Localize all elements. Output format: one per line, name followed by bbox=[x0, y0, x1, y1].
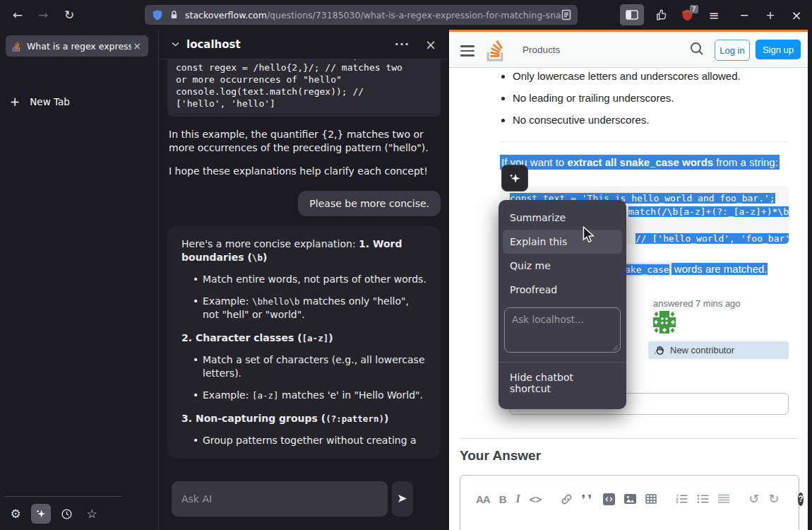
tabs-sidebar: What is a regex expressio × + New Tab ⚙ … bbox=[0, 30, 159, 530]
divider bbox=[500, 141, 789, 142]
ai-list-3: Group patterns together without creating… bbox=[181, 434, 426, 447]
chat-close-icon[interactable]: × bbox=[425, 37, 436, 52]
redo-icon[interactable]: ↻ bbox=[768, 491, 779, 507]
ai-paragraph: I hope these explanations help clarify e… bbox=[169, 165, 439, 178]
sparkle-icon bbox=[508, 172, 521, 184]
new-tab-button[interactable]: + New Tab bbox=[10, 95, 70, 109]
blockquote-icon[interactable] bbox=[582, 494, 594, 504]
signup-button[interactable]: Sign up bbox=[756, 40, 801, 59]
chat-input[interactable] bbox=[172, 481, 388, 517]
tab-active[interactable]: What is a regex expressio × bbox=[6, 35, 148, 57]
chat-title[interactable]: localhost bbox=[186, 38, 241, 51]
sidebar-tools: ⚙ ☆ bbox=[6, 504, 102, 524]
your-answer-heading: Your Answer bbox=[460, 448, 541, 464]
ai-sparkle-icon[interactable] bbox=[31, 504, 51, 524]
maximize-icon[interactable]: + bbox=[760, 4, 780, 25]
login-button[interactable]: Log in bbox=[715, 40, 750, 61]
chat-panel: localhost ··· × const text = 'hello worl… bbox=[159, 30, 449, 530]
ai-shortcut-chip[interactable] bbox=[501, 165, 528, 192]
code-block-icon[interactable] bbox=[603, 493, 615, 505]
user-message-row: Please be more concise. bbox=[167, 191, 441, 216]
unordered-list-icon[interactable] bbox=[697, 494, 709, 504]
inline-code-icon[interactable]: <> bbox=[530, 493, 542, 505]
ask-localhost-wrap bbox=[504, 307, 621, 355]
ai-message: Here's a more concise explanation: 1. Wo… bbox=[167, 226, 441, 459]
tab-title: What is a regex expressio bbox=[27, 41, 131, 52]
reload-icon[interactable]: ↻ bbox=[60, 6, 78, 24]
bold-icon[interactable]: B bbox=[499, 493, 507, 505]
ask-localhost-input[interactable] bbox=[504, 307, 621, 353]
menu-icon[interactable]: ≡ bbox=[704, 4, 724, 25]
list-item: No consecutive underscores. bbox=[513, 114, 741, 126]
answered-timestamp: answered 7 mins ago bbox=[653, 298, 741, 309]
products-link[interactable]: Products bbox=[523, 45, 560, 55]
minimize-icon[interactable]: − bbox=[734, 4, 754, 25]
menu-divider bbox=[498, 362, 626, 363]
help-icon[interactable]: ? bbox=[798, 493, 803, 506]
stackoverflow-favicon bbox=[11, 40, 21, 52]
plus-icon: + bbox=[10, 95, 20, 109]
waving-hand-icon bbox=[655, 345, 665, 355]
link-icon[interactable] bbox=[561, 493, 573, 505]
settings-gear-icon[interactable]: ⚙ bbox=[6, 504, 25, 524]
chevron-down-icon[interactable] bbox=[172, 42, 179, 47]
send-arrow-icon bbox=[398, 495, 407, 503]
url-text: stackoverflow.com/questions/73185030/wha… bbox=[185, 10, 561, 20]
tab-close-icon[interactable]: × bbox=[131, 40, 143, 52]
ai-list-1: Match entire words, not parts of other w… bbox=[181, 273, 426, 322]
chat-messages[interactable]: const text = 'hello world hello'; const … bbox=[167, 59, 441, 483]
send-button[interactable] bbox=[392, 481, 413, 517]
list-item: Example: \bhello\b matches only "hello",… bbox=[193, 295, 426, 322]
menu-item-hide-chatbot[interactable]: Hide chatbot shortcut bbox=[498, 365, 626, 401]
menu-item-proofread[interactable]: Proofread bbox=[498, 278, 626, 302]
list-item: Match entire words, not parts of other w… bbox=[193, 273, 426, 286]
reader-view-icon[interactable] bbox=[561, 9, 571, 20]
list-item: Example: [a-z] matches 'e' in "Hello Wor… bbox=[193, 389, 426, 402]
image-icon[interactable] bbox=[624, 494, 636, 504]
shield-icon[interactable] bbox=[152, 9, 163, 21]
url-path: /questions/73185030/what-is-a-regex-expr… bbox=[267, 10, 561, 20]
font-style-icon[interactable]: AA bbox=[476, 493, 490, 505]
ordered-list-icon[interactable] bbox=[676, 494, 688, 504]
so-header: Products Log in Sign up bbox=[449, 32, 808, 68]
ai-heading-2: 2. Character classes ([a-z]) bbox=[181, 331, 426, 345]
answer-editor[interactable]: AA B I <> bbox=[460, 475, 799, 530]
table-icon[interactable] bbox=[645, 494, 657, 504]
new-tab-label: New Tab bbox=[30, 96, 70, 107]
back-icon[interactable]: ← bbox=[8, 6, 27, 24]
code-line: ['hello', 'hello'] bbox=[176, 98, 432, 110]
resize-handle-icon[interactable] bbox=[612, 345, 619, 351]
code-line: console.log(text.match(regex)); // bbox=[176, 86, 432, 98]
window-close-icon[interactable]: × bbox=[787, 4, 806, 25]
list-item: No leading or trailing underscores. bbox=[513, 93, 741, 104]
mouse-cursor bbox=[582, 226, 596, 243]
chat-header: localhost ··· × bbox=[159, 30, 449, 59]
italic-icon[interactable]: I bbox=[516, 493, 520, 505]
bookmarks-star-icon[interactable]: ☆ bbox=[82, 504, 102, 524]
divider bbox=[460, 438, 799, 439]
ublock-icon[interactable]: 7 bbox=[676, 4, 698, 25]
chat-code-block: const text = 'hello world hello'; const … bbox=[167, 59, 441, 117]
undo-icon[interactable]: ↺ bbox=[748, 491, 759, 507]
selected-paragraph: If you want to extract all snake_case wo… bbox=[500, 156, 780, 168]
history-clock-icon[interactable] bbox=[56, 504, 76, 524]
browser-titlebar: ← → ↻ stackoverflow.com/questions/731850… bbox=[0, 0, 812, 30]
hamburger-menu-icon[interactable] bbox=[460, 45, 474, 59]
url-bar[interactable]: stackoverflow.com/questions/73185030/wha… bbox=[145, 5, 578, 25]
chat-input-row bbox=[172, 481, 413, 517]
new-contributor-badge: New contributor bbox=[648, 341, 789, 359]
stackoverflow-logo[interactable] bbox=[484, 36, 506, 62]
extension-icon[interactable] bbox=[651, 4, 671, 25]
list-item: Match a set of characters (e.g., all low… bbox=[193, 353, 426, 380]
forward-icon[interactable]: → bbox=[34, 6, 52, 24]
sidebar-divider bbox=[5, 496, 122, 497]
sidebar-toggle-button[interactable] bbox=[620, 4, 644, 25]
menu-item-summarize[interactable]: Summarize bbox=[498, 206, 626, 230]
editor-toolbar: AA B I <> bbox=[460, 476, 799, 507]
heading-lines-icon[interactable] bbox=[718, 494, 729, 504]
search-icon[interactable] bbox=[689, 41, 705, 57]
menu-item-explain-this[interactable]: Explain this bbox=[503, 230, 622, 254]
menu-item-quiz-me[interactable]: Quiz me bbox=[498, 254, 626, 278]
avatar[interactable] bbox=[653, 311, 676, 334]
chat-menu-icon[interactable]: ··· bbox=[395, 37, 410, 51]
